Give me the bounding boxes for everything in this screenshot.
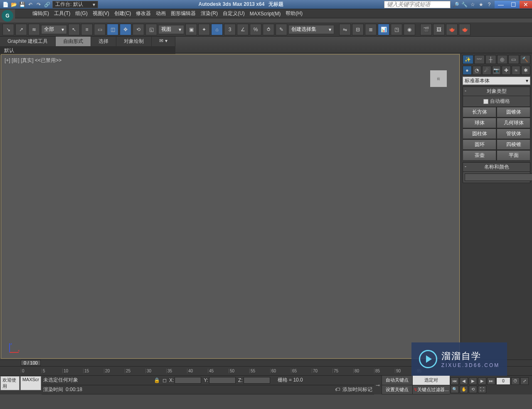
sel-lock-dropdown[interactable]: 选定对 xyxy=(413,376,450,385)
menu-render[interactable]: 渲染(R) xyxy=(201,10,218,17)
time-tag-icon[interactable]: 🏷 xyxy=(335,387,340,392)
menu-maxscript[interactable]: MAXScript(M) xyxy=(250,11,281,17)
material-editor-icon[interactable]: ◉ xyxy=(404,24,415,35)
orbit-icon[interactable]: ⟲ xyxy=(469,386,477,393)
menu-group[interactable]: 组(G) xyxy=(75,10,87,17)
scale-tool-icon[interactable]: ◱ xyxy=(145,24,157,35)
rotate-tool-icon[interactable]: ⟲ xyxy=(133,24,144,35)
max-viewport-icon[interactable]: ⛶ xyxy=(478,386,486,393)
layer-manager-icon[interactable]: ≣ xyxy=(365,24,377,35)
schematic-view-icon[interactable]: ◳ xyxy=(391,24,402,35)
prev-frame-icon[interactable]: ◀ xyxy=(460,377,468,385)
refcoord-dropdown[interactable]: 视图▾ xyxy=(158,25,184,34)
obj-box-button[interactable]: 长方体 xyxy=(463,107,496,117)
set-key-button[interactable]: 设置关键点 xyxy=(382,385,412,395)
section-name-color[interactable]: -名称和颜色 xyxy=(463,162,530,172)
z-input[interactable] xyxy=(244,377,270,384)
link-tool-icon[interactable]: ↘ xyxy=(2,24,14,35)
y-input[interactable] xyxy=(209,377,236,384)
zoom-icon[interactable]: 🔍 xyxy=(451,386,459,393)
help-search-input[interactable] xyxy=(384,1,451,8)
menu-modifiers[interactable]: 修改器 xyxy=(136,10,151,17)
ribbon-subtab-default[interactable]: 默认 xyxy=(0,46,175,55)
angle-snap-icon[interactable]: ∠ xyxy=(237,24,249,35)
workspace-dropdown[interactable]: 工作台: 默认▾ xyxy=(52,1,98,8)
selection-filter-dropdown[interactable]: 全部▾ xyxy=(41,25,67,34)
ribbon-tab-selection[interactable]: 选择 xyxy=(91,37,116,46)
category-dropdown[interactable]: 标准基本体▾ xyxy=(463,77,530,85)
select-name-icon[interactable]: ≡ xyxy=(81,24,93,35)
obj-cone-button[interactable]: 圆锥体 xyxy=(497,107,530,117)
save-icon[interactable]: 💾 xyxy=(18,1,26,8)
menu-customize[interactable]: 自定义(U) xyxy=(223,10,245,17)
app-logo-icon[interactable]: G xyxy=(2,10,13,22)
time-config-icon[interactable]: ⏱ xyxy=(511,377,520,385)
tab-maxscript[interactable]: MAXScr xyxy=(20,376,41,390)
zoom-extents-icon[interactable]: ⤢ xyxy=(520,377,529,385)
obj-teapot-button[interactable]: 茶壶 xyxy=(463,150,496,161)
x-input[interactable] xyxy=(175,377,201,384)
cp-sub-lights-icon[interactable]: ☄ xyxy=(482,66,491,75)
percent-snap-icon[interactable]: % xyxy=(250,24,261,35)
cp-tab-hierarchy-icon[interactable]: ┼ xyxy=(485,55,496,64)
manipulate-icon[interactable]: ✦ xyxy=(198,24,210,35)
cp-tab-utilities-icon[interactable]: 🔨 xyxy=(520,55,531,64)
wrench-icon[interactable]: 🔧 xyxy=(461,1,468,8)
isolate-icon[interactable]: ◻ xyxy=(163,377,167,383)
object-name-input[interactable] xyxy=(465,174,532,181)
frame-number-input[interactable]: 0 xyxy=(496,377,510,385)
snap-3d-icon[interactable]: 3 xyxy=(224,24,236,35)
goto-end-icon[interactable]: ⏭ xyxy=(487,377,495,385)
pivot-center-icon[interactable]: ▣ xyxy=(185,24,197,35)
cp-tab-display-icon[interactable]: ▭ xyxy=(508,55,519,64)
tab-welcome[interactable]: 欢迎使用 xyxy=(0,376,20,390)
select-object-icon[interactable]: ↖ xyxy=(68,24,80,35)
cp-sub-systems-icon[interactable]: ✱ xyxy=(521,66,530,75)
time-cursor[interactable]: 0 / 100 xyxy=(21,360,41,366)
obj-torus-button[interactable]: 圆环 xyxy=(463,139,496,150)
lock-icon[interactable]: 🔒 xyxy=(154,377,160,383)
unlink-tool-icon[interactable]: ↗ xyxy=(15,24,27,35)
open-icon[interactable]: 📂 xyxy=(10,1,17,8)
obj-pyramid-button[interactable]: 四棱锥 xyxy=(497,139,530,150)
bind-spacewarp-icon[interactable]: ≋ xyxy=(28,24,40,35)
obj-sphere-button[interactable]: 球体 xyxy=(463,118,496,128)
cp-sub-cameras-icon[interactable]: 📷 xyxy=(492,66,501,75)
cp-sub-spacewarps-icon[interactable]: ≈ xyxy=(512,66,521,75)
redo-icon[interactable]: ↷ xyxy=(35,1,42,8)
play-icon[interactable]: ▶ xyxy=(469,377,477,385)
quick-render-icon[interactable]: 🫖 xyxy=(459,24,470,35)
align-icon[interactable]: ⊟ xyxy=(352,24,364,35)
cp-tab-modify-icon[interactable]: 〰 xyxy=(474,55,485,64)
menu-create[interactable]: 创建(C) xyxy=(114,10,131,17)
obj-cylinder-button[interactable]: 圆柱体 xyxy=(463,129,496,139)
key-mode-icon[interactable]: ⊸ xyxy=(374,376,382,394)
menu-animation[interactable]: 动画 xyxy=(156,10,166,17)
spinner-snap-icon[interactable]: ⥀ xyxy=(263,24,274,35)
viewport-label[interactable]: [+] [前] [真实] <<已禁用>> xyxy=(5,57,62,64)
obj-geosphere-button[interactable]: 几何球体 xyxy=(497,118,530,128)
menu-view[interactable]: 视图(V) xyxy=(93,10,109,17)
cp-tab-create-icon[interactable]: ✨ xyxy=(463,55,473,64)
select-region-rect-icon[interactable]: ▭ xyxy=(94,24,106,35)
curve-editor-icon[interactable]: 📊 xyxy=(378,24,389,35)
obj-tube-button[interactable]: 管状体 xyxy=(497,129,530,139)
ribbon-tab-freeform[interactable]: 自由形式 xyxy=(56,37,91,46)
ribbon-tab-objpaint[interactable]: 对象绘制 xyxy=(116,37,152,46)
pan-icon[interactable]: ✋ xyxy=(460,386,468,393)
window-crossing-icon[interactable]: ◫ xyxy=(107,24,118,35)
cp-sub-shapes-icon[interactable]: ◔ xyxy=(473,66,482,75)
auto-grid-checkbox[interactable]: 自动栅格 xyxy=(463,96,530,107)
render-frame-icon[interactable]: 🖼 xyxy=(433,24,445,35)
ribbon-tab-more[interactable]: ✉ ▾ xyxy=(152,37,175,46)
cp-sub-helpers-icon[interactable]: ✚ xyxy=(502,66,511,75)
cp-tab-motion-icon[interactable]: ◎ xyxy=(497,55,508,64)
menu-tools[interactable]: 工具(T) xyxy=(54,10,70,17)
binoculars-icon[interactable]: 🔎 xyxy=(452,1,460,8)
obj-plane-button[interactable]: 平面 xyxy=(497,150,530,161)
next-frame-icon[interactable]: ▶ xyxy=(478,377,486,385)
link-icon[interactable]: 🔗 xyxy=(43,1,51,8)
star-icon[interactable]: ☆ xyxy=(469,1,476,8)
help-icon[interactable]: ? xyxy=(485,1,493,8)
mirror-icon[interactable]: ⇋ xyxy=(339,24,351,35)
